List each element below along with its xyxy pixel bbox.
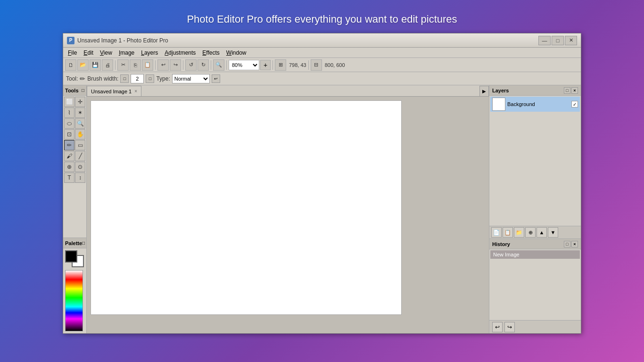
new-button[interactable]: 🗋 bbox=[65, 59, 76, 71]
canvas-tab-title: Unsaved Image 1 bbox=[91, 89, 132, 94]
canvas-size-icon: ⊟ bbox=[311, 59, 322, 71]
duplicate-layer-button[interactable]: 📋 bbox=[503, 227, 513, 238]
zoom-in-button[interactable]: + bbox=[260, 60, 271, 70]
history-item[interactable]: New Image bbox=[490, 250, 580, 259]
copy-button[interactable]: ⎘ bbox=[130, 59, 141, 71]
canvas-viewport[interactable] bbox=[87, 97, 489, 333]
tab-scroll-right[interactable]: ▶ bbox=[479, 86, 489, 96]
history-undo-button[interactable]: ↩ bbox=[492, 322, 503, 332]
main-content: Tools □ ⬜ ✛ ⌇ ✶ ⬭ 🔍 ⊡ ✋ ✏ ▭ 🖌 ╱ ⊕ ⊙ T ↕ bbox=[63, 85, 581, 333]
tools-grid: ⬜ ✛ ⌇ ✶ ⬭ 🔍 ⊡ ✋ ✏ ▭ 🖌 ╱ ⊕ ⊙ T ↕ bbox=[63, 96, 86, 184]
menu-file[interactable]: File bbox=[65, 49, 80, 57]
layers-header: Layers □ × bbox=[489, 85, 581, 96]
palette-header: Palette □ bbox=[63, 238, 86, 248]
close-button[interactable]: ✕ bbox=[565, 36, 577, 45]
paste-button[interactable]: 📋 bbox=[142, 59, 153, 71]
foreground-color-swatch[interactable] bbox=[65, 250, 77, 263]
open-button[interactable]: 📂 bbox=[77, 59, 89, 71]
merge-layer-button[interactable]: ⊕ bbox=[525, 227, 536, 238]
menu-window[interactable]: Window bbox=[223, 49, 249, 57]
blend-mode-select[interactable]: Normal Multiply Screen Overlay bbox=[172, 74, 210, 83]
tools-float-btn[interactable]: □ bbox=[82, 88, 84, 93]
canvas-image[interactable] bbox=[91, 100, 402, 315]
canvas-tab-close[interactable]: × bbox=[134, 89, 137, 94]
maximize-button[interactable]: □ bbox=[552, 36, 564, 45]
history-list: New Image bbox=[489, 249, 581, 320]
layer-item[interactable]: Background ✓ bbox=[490, 97, 580, 112]
hand-tool[interactable]: ✋ bbox=[75, 129, 85, 140]
window-title: Unsaved Image 1 - Photo Editor Pro bbox=[77, 37, 538, 44]
redo-button[interactable]: ↪ bbox=[170, 59, 181, 71]
move-layer-down-button[interactable]: ▼ bbox=[548, 227, 558, 238]
save-button[interactable]: 💾 bbox=[90, 59, 101, 71]
brush-size-down[interactable]: □ bbox=[146, 74, 154, 83]
palette-float-btn[interactable]: □ bbox=[82, 240, 85, 246]
separator-4 bbox=[211, 60, 211, 70]
brush-tool[interactable]: 🖌 bbox=[64, 151, 74, 161]
history-float-btn[interactable]: □ bbox=[564, 241, 570, 247]
image-size-icon: ⊞ bbox=[275, 59, 286, 71]
line-tool[interactable]: ╱ bbox=[75, 151, 85, 161]
move-layer-up-button[interactable]: ▲ bbox=[537, 227, 547, 238]
separator-6 bbox=[272, 60, 273, 70]
options-extra-btn[interactable]: ↩ bbox=[212, 74, 220, 83]
layer-visibility-check[interactable]: ✓ bbox=[571, 101, 578, 107]
app-icon: P bbox=[67, 37, 74, 44]
heal-tool[interactable]: ⊙ bbox=[75, 162, 85, 172]
layers-close-btn[interactable]: × bbox=[571, 87, 578, 94]
menu-layers[interactable]: Layers bbox=[138, 49, 161, 57]
separator-5 bbox=[226, 60, 227, 70]
menu-effects[interactable]: Effects bbox=[199, 49, 222, 57]
ellipse-select-tool[interactable]: ⬭ bbox=[64, 118, 74, 129]
type-label: Type: bbox=[156, 75, 170, 82]
layer-name: Background bbox=[507, 101, 570, 107]
palette-section: Palette □ bbox=[63, 238, 86, 333]
group-layer-button[interactable]: 📁 bbox=[514, 227, 524, 238]
separator-1 bbox=[115, 60, 116, 70]
history-close-btn[interactable]: × bbox=[571, 241, 578, 247]
eraser-tool[interactable]: ▭ bbox=[75, 140, 85, 150]
pencil-tool[interactable]: ✏ bbox=[64, 140, 74, 150]
zoom-tool[interactable]: 🔍 bbox=[75, 118, 85, 129]
color-gradient[interactable] bbox=[65, 270, 83, 331]
zoom-select[interactable]: 25% 50% 75% 80% 100% 125% 150% 200% bbox=[229, 60, 259, 70]
move-tool[interactable]: ✛ bbox=[75, 97, 85, 107]
menu-view[interactable]: View bbox=[97, 49, 115, 57]
tools-title: Tools bbox=[65, 88, 79, 93]
rotate-left-button[interactable]: ↺ bbox=[185, 59, 197, 71]
menu-edit[interactable]: Edit bbox=[81, 49, 96, 57]
rect-select-tool[interactable]: ⬜ bbox=[64, 97, 74, 107]
layers-list: Background ✓ bbox=[489, 96, 581, 226]
magic-wand-tool[interactable]: ✶ bbox=[75, 107, 85, 118]
tools-panel: Tools □ ⬜ ✛ ⌇ ✶ ⬭ 🔍 ⊡ ✋ ✏ ▭ 🖌 ╱ ⊕ ⊙ T ↕ bbox=[63, 85, 87, 333]
lasso-tool[interactable]: ⌇ bbox=[64, 107, 74, 118]
tools-header: Tools □ bbox=[63, 85, 86, 96]
layers-section: Layers □ × Background ✓ 📄 📋 bbox=[489, 85, 581, 239]
clone-stamp-tool[interactable]: ⊕ bbox=[64, 162, 74, 172]
menu-adjustments[interactable]: Adjustments bbox=[162, 49, 198, 57]
history-section: History □ × New Image ↩ ↪ bbox=[489, 239, 581, 333]
tool-label: Tool: bbox=[66, 75, 78, 82]
menu-image[interactable]: Image bbox=[116, 49, 137, 57]
brush-width-icon: □ bbox=[120, 74, 129, 83]
canvas-tab-1[interactable]: Unsaved Image 1 × bbox=[87, 86, 141, 96]
undo-button[interactable]: ↩ bbox=[157, 59, 169, 71]
cut-button[interactable]: ✂ bbox=[117, 59, 129, 71]
zoom-out-icon-btn[interactable]: 🔍 bbox=[213, 59, 224, 71]
title-bar: P Unsaved Image 1 - Photo Editor Pro — □… bbox=[63, 33, 581, 48]
print-button[interactable]: 🖨 bbox=[102, 59, 113, 71]
minimize-button[interactable]: — bbox=[538, 36, 551, 45]
headline: Photo Editor Pro offers everything you w… bbox=[187, 13, 457, 25]
history-redo-button[interactable]: ↪ bbox=[504, 322, 515, 332]
crop-tool[interactable]: ⊡ bbox=[64, 129, 74, 140]
brush-width-input[interactable] bbox=[131, 74, 144, 83]
menu-bar: File Edit View Image Layers Adjustments … bbox=[63, 48, 581, 58]
layer-thumbnail bbox=[492, 98, 505, 111]
rotate-right-button[interactable]: ↻ bbox=[198, 59, 209, 71]
shape-tool[interactable]: ↕ bbox=[75, 173, 85, 183]
color-swatches bbox=[65, 250, 84, 268]
text-tool[interactable]: T bbox=[64, 173, 74, 183]
new-layer-button[interactable]: 📄 bbox=[491, 227, 502, 238]
layers-header-controls: □ × bbox=[564, 87, 578, 94]
layers-float-btn[interactable]: □ bbox=[564, 87, 570, 94]
